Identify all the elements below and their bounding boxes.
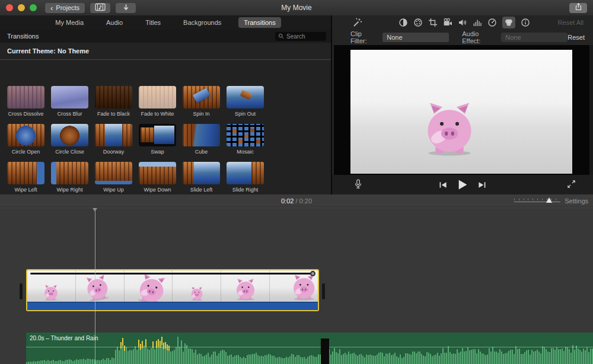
speed-icon[interactable]: [487, 18, 497, 27]
transition-thumbnail[interactable]: [7, 162, 44, 184]
transition-thumbnail[interactable]: [227, 124, 264, 146]
media-import-button[interactable]: [90, 3, 110, 13]
tab-transitions[interactable]: Transitions: [238, 17, 280, 28]
transition-thumbnail[interactable]: [95, 124, 132, 146]
clip-volume-knob[interactable]: [310, 271, 315, 276]
waveform-bar: [127, 351, 129, 364]
waveform-bar: [85, 360, 86, 364]
clip-filter-dropdown[interactable]: None: [382, 33, 449, 42]
auto-enhance-wand-icon[interactable]: [352, 17, 363, 28]
transition-thumbnail[interactable]: [183, 162, 220, 184]
timeline-zoom-slider[interactable]: [514, 199, 560, 202]
tab-titles[interactable]: Titles: [140, 17, 166, 28]
transition-doorway[interactable]: Doorway: [95, 124, 132, 155]
transition-thumbnail[interactable]: [183, 86, 220, 108]
transition-fade-black[interactable]: Fade to Black: [95, 86, 132, 117]
audio-volume-line[interactable]: [26, 347, 593, 347]
transition-thumbnail[interactable]: [95, 162, 132, 184]
clip-filter-icon[interactable]: [502, 17, 515, 28]
waveform-bar: [554, 350, 556, 364]
transition-thumbnail[interactable]: [7, 86, 44, 108]
transition-cross-blur[interactable]: Cross Blur: [51, 86, 88, 117]
reset-all-button[interactable]: Reset All: [558, 15, 584, 30]
clip-volume-line[interactable]: [30, 273, 311, 274]
crop-icon[interactable]: [428, 18, 438, 27]
transition-cross-dissolve[interactable]: Cross Dissolve: [7, 86, 44, 117]
transition-thumbnail[interactable]: [51, 162, 88, 184]
transition-thumbnail[interactable]: [183, 124, 220, 146]
transition-wipe-right[interactable]: Wipe Right: [51, 162, 88, 193]
waveform-bar: [385, 353, 387, 364]
transition-wipe-down[interactable]: Wipe Down: [139, 162, 176, 193]
reset-button[interactable]: Reset: [568, 34, 585, 41]
waveform-bar: [58, 360, 59, 364]
share-button[interactable]: [569, 3, 587, 13]
waveform-bar: [208, 353, 209, 364]
transition-fade-white[interactable]: Fade to White: [139, 86, 176, 117]
viewer: [334, 45, 593, 175]
play-button[interactable]: [457, 179, 468, 190]
transition-spin-in[interactable]: Spin In: [183, 86, 220, 117]
skip-back-button[interactable]: [439, 181, 448, 189]
close-window-button[interactable]: [6, 4, 13, 11]
tab-backgrounds[interactable]: Backgrounds: [178, 17, 227, 28]
transition-thumbnail[interactable]: [95, 86, 132, 108]
transition-slide-right[interactable]: Slide Right: [227, 162, 264, 193]
transition-circle-open[interactable]: Circle Open: [7, 124, 44, 155]
transition-label: Swap: [139, 149, 176, 155]
waveform-bar: [160, 341, 161, 364]
voiceover-mic-icon[interactable]: [353, 179, 363, 190]
transition-wipe-up[interactable]: Wipe Up: [95, 162, 132, 193]
waveform-bar: [300, 357, 301, 364]
selected-video-clip[interactable]: [26, 269, 319, 311]
background-audio-clip[interactable]: 20.0s – Thunder and Rain: [26, 333, 593, 364]
transition-slide-left[interactable]: Slide Left: [183, 162, 220, 193]
stabilization-icon[interactable]: [443, 18, 452, 27]
color-balance-icon[interactable]: [398, 18, 408, 27]
color-correction-icon[interactable]: [413, 18, 423, 27]
projects-button[interactable]: ‹ Projects: [45, 3, 85, 13]
search-input[interactable]: Search: [275, 32, 326, 41]
transition-thumbnail[interactable]: [139, 86, 176, 108]
waveform-bar: [558, 349, 559, 364]
skip-forward-button[interactable]: [478, 181, 487, 189]
tab-my-media[interactable]: My Media: [50, 17, 89, 28]
transition-circle-close[interactable]: Circle Close: [51, 124, 88, 155]
noise-reduction-icon[interactable]: [473, 18, 482, 27]
transition-swap[interactable]: Swap: [139, 124, 176, 155]
audio-effect-dropdown[interactable]: None: [501, 33, 568, 42]
transition-mosaic[interactable]: Mosaic: [227, 124, 264, 155]
zoom-window-button[interactable]: [30, 4, 37, 11]
waveform-bar: [569, 349, 570, 364]
right-trim-handle[interactable]: [322, 283, 325, 299]
transition-thumbnail[interactable]: [227, 162, 264, 184]
transition-thumbnail[interactable]: [227, 86, 264, 108]
waveform-bar: [113, 358, 114, 364]
fullscreen-icon[interactable]: [567, 180, 576, 189]
waveform-bar: [375, 356, 376, 364]
waveform-bar: [40, 360, 42, 364]
playhead[interactable]: [95, 208, 95, 364]
transition-thumbnail[interactable]: [7, 124, 44, 146]
transition-wipe-left[interactable]: Wipe Left: [7, 162, 44, 193]
waveform-bar: [585, 350, 586, 364]
waveform-bar: [56, 361, 58, 364]
transition-cube[interactable]: Cube: [183, 124, 220, 155]
timeline-settings-button[interactable]: Settings: [565, 194, 588, 207]
transition-spin-out[interactable]: Spin Out: [227, 86, 264, 117]
download-button[interactable]: [116, 3, 136, 13]
zoom-slider-thumb[interactable]: [546, 197, 552, 203]
tab-audio[interactable]: Audio: [101, 17, 128, 28]
transition-thumbnail[interactable]: [139, 162, 176, 184]
info-icon[interactable]: [521, 18, 530, 27]
transition-thumbnail[interactable]: [139, 124, 176, 146]
waveform-bar: [145, 339, 146, 364]
minimize-window-button[interactable]: [18, 4, 25, 11]
waveform-bar: [528, 350, 529, 364]
transition-thumbnail[interactable]: [51, 86, 88, 108]
left-trim-handle[interactable]: [20, 283, 23, 299]
volume-icon[interactable]: [458, 18, 467, 27]
transition-thumbnail[interactable]: [51, 124, 88, 146]
waveform-bar: [53, 360, 54, 364]
waveform-bar: [181, 340, 182, 364]
